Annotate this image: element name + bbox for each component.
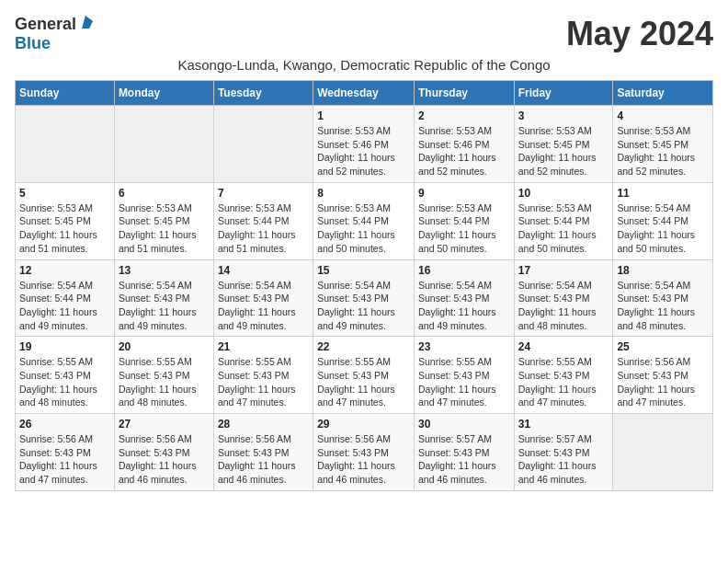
day-number: 4 (617, 109, 709, 122)
logo-icon (78, 16, 93, 30)
calendar-body: 1Sunrise: 5:53 AM Sunset: 5:46 PM Daylig… (16, 106, 713, 491)
day-number: 18 (617, 264, 709, 277)
day-number: 15 (317, 264, 410, 277)
calendar-day-cell: 25Sunrise: 5:56 AM Sunset: 5:43 PM Dayli… (613, 337, 713, 414)
day-info: Sunrise: 5:53 AM Sunset: 5:44 PM Dayligh… (418, 201, 510, 256)
calendar-week-row: 5Sunrise: 5:53 AM Sunset: 5:45 PM Daylig… (16, 182, 713, 259)
calendar-day-cell: 1Sunrise: 5:53 AM Sunset: 5:46 PM Daylig… (313, 106, 415, 183)
day-number: 12 (19, 264, 110, 277)
day-number: 11 (617, 187, 709, 200)
day-number: 19 (19, 340, 110, 353)
location-subtitle: Kasongo-Lunda, Kwango, Democratic Republ… (15, 57, 713, 73)
calendar-day-cell: 30Sunrise: 5:57 AM Sunset: 5:43 PM Dayli… (414, 414, 514, 491)
day-info: Sunrise: 5:53 AM Sunset: 5:46 PM Dayligh… (317, 124, 410, 178)
day-info: Sunrise: 5:53 AM Sunset: 5:44 PM Dayligh… (218, 201, 309, 256)
day-info: Sunrise: 5:56 AM Sunset: 5:43 PM Dayligh… (19, 432, 110, 487)
day-info: Sunrise: 5:57 AM Sunset: 5:43 PM Dayligh… (518, 432, 609, 487)
day-info: Sunrise: 5:56 AM Sunset: 5:43 PM Dayligh… (218, 432, 309, 487)
calendar-day-cell: 2Sunrise: 5:53 AM Sunset: 5:46 PM Daylig… (414, 106, 514, 183)
day-of-week-header: Monday (114, 81, 213, 106)
day-info: Sunrise: 5:56 AM Sunset: 5:43 PM Dayligh… (617, 355, 709, 409)
calendar-day-cell: 13Sunrise: 5:54 AM Sunset: 5:43 PM Dayli… (114, 259, 213, 337)
calendar-day-cell: 24Sunrise: 5:55 AM Sunset: 5:43 PM Dayli… (514, 337, 613, 414)
day-info: Sunrise: 5:54 AM Sunset: 5:43 PM Dayligh… (418, 279, 510, 333)
calendar-day-cell (613, 414, 713, 491)
day-info: Sunrise: 5:54 AM Sunset: 5:43 PM Dayligh… (317, 279, 410, 333)
day-info: Sunrise: 5:54 AM Sunset: 5:43 PM Dayligh… (218, 279, 309, 333)
calendar-day-cell: 9Sunrise: 5:53 AM Sunset: 5:44 PM Daylig… (414, 182, 514, 259)
svg-marker-0 (82, 16, 93, 29)
calendar-week-row: 12Sunrise: 5:54 AM Sunset: 5:44 PM Dayli… (16, 259, 713, 337)
calendar-day-cell: 5Sunrise: 5:53 AM Sunset: 5:45 PM Daylig… (16, 182, 115, 259)
day-info: Sunrise: 5:56 AM Sunset: 5:43 PM Dayligh… (119, 432, 210, 487)
day-of-week-header: Thursday (414, 81, 514, 106)
calendar-week-row: 1Sunrise: 5:53 AM Sunset: 5:46 PM Daylig… (16, 106, 713, 183)
day-of-week-header: Sunday (16, 81, 115, 106)
day-number: 1 (317, 109, 410, 122)
day-of-week-header: Saturday (613, 81, 713, 106)
day-number: 31 (518, 418, 609, 431)
day-of-week-header: Wednesday (313, 81, 415, 106)
day-number: 30 (418, 418, 510, 431)
calendar-week-row: 19Sunrise: 5:55 AM Sunset: 5:43 PM Dayli… (16, 337, 713, 414)
day-number: 22 (317, 340, 410, 353)
day-info: Sunrise: 5:53 AM Sunset: 5:45 PM Dayligh… (19, 201, 110, 256)
day-info: Sunrise: 5:55 AM Sunset: 5:43 PM Dayligh… (418, 355, 510, 409)
calendar-day-cell: 14Sunrise: 5:54 AM Sunset: 5:43 PM Dayli… (213, 259, 313, 337)
day-number: 20 (119, 340, 210, 353)
calendar-day-cell (16, 106, 115, 183)
calendar-day-cell: 11Sunrise: 5:54 AM Sunset: 5:44 PM Dayli… (613, 182, 713, 259)
day-info: Sunrise: 5:55 AM Sunset: 5:43 PM Dayligh… (317, 355, 410, 409)
calendar-day-cell: 20Sunrise: 5:55 AM Sunset: 5:43 PM Dayli… (114, 337, 213, 414)
day-info: Sunrise: 5:57 AM Sunset: 5:43 PM Dayligh… (418, 432, 510, 487)
day-number: 21 (218, 340, 309, 353)
day-number: 6 (119, 187, 210, 200)
day-number: 16 (418, 264, 510, 277)
day-number: 24 (518, 340, 609, 353)
day-number: 5 (19, 187, 110, 200)
calendar-day-cell: 29Sunrise: 5:56 AM Sunset: 5:43 PM Dayli… (313, 414, 415, 491)
logo-blue-text: Blue (15, 34, 51, 52)
calendar-day-cell: 3Sunrise: 5:53 AM Sunset: 5:45 PM Daylig… (514, 106, 613, 183)
day-info: Sunrise: 5:53 AM Sunset: 5:45 PM Dayligh… (119, 201, 210, 256)
day-info: Sunrise: 5:55 AM Sunset: 5:43 PM Dayligh… (518, 355, 609, 409)
day-number: 17 (518, 264, 609, 277)
calendar-day-cell: 21Sunrise: 5:55 AM Sunset: 5:43 PM Dayli… (213, 337, 313, 414)
calendar-day-cell: 18Sunrise: 5:54 AM Sunset: 5:43 PM Dayli… (613, 259, 713, 337)
day-info: Sunrise: 5:55 AM Sunset: 5:43 PM Dayligh… (218, 355, 309, 409)
calendar-table: SundayMondayTuesdayWednesdayThursdayFrid… (15, 80, 713, 491)
calendar-day-cell: 8Sunrise: 5:53 AM Sunset: 5:44 PM Daylig… (313, 182, 415, 259)
day-number: 7 (218, 187, 309, 200)
day-info: Sunrise: 5:55 AM Sunset: 5:43 PM Dayligh… (119, 355, 210, 409)
day-number: 13 (119, 264, 210, 277)
calendar-week-row: 26Sunrise: 5:56 AM Sunset: 5:43 PM Dayli… (16, 414, 713, 491)
day-number: 9 (418, 187, 510, 200)
calendar-day-cell (114, 106, 213, 183)
day-info: Sunrise: 5:54 AM Sunset: 5:43 PM Dayligh… (518, 279, 609, 333)
calendar-day-cell: 22Sunrise: 5:55 AM Sunset: 5:43 PM Dayli… (313, 337, 415, 414)
calendar-day-cell: 12Sunrise: 5:54 AM Sunset: 5:44 PM Dayli… (16, 259, 115, 337)
calendar-day-cell: 6Sunrise: 5:53 AM Sunset: 5:45 PM Daylig… (114, 182, 213, 259)
day-number: 14 (218, 264, 309, 277)
calendar-day-cell: 26Sunrise: 5:56 AM Sunset: 5:43 PM Dayli… (16, 414, 115, 491)
day-of-week-header: Friday (514, 81, 613, 106)
calendar-day-cell: 10Sunrise: 5:53 AM Sunset: 5:44 PM Dayli… (514, 182, 613, 259)
calendar-day-cell: 15Sunrise: 5:54 AM Sunset: 5:43 PM Dayli… (313, 259, 415, 337)
calendar-day-cell (213, 106, 313, 183)
logo-general-text: General (15, 15, 76, 34)
day-info: Sunrise: 5:54 AM Sunset: 5:44 PM Dayligh… (617, 201, 709, 256)
calendar-day-cell: 17Sunrise: 5:54 AM Sunset: 5:43 PM Dayli… (514, 259, 613, 337)
calendar-day-cell: 19Sunrise: 5:55 AM Sunset: 5:43 PM Dayli… (16, 337, 115, 414)
day-info: Sunrise: 5:55 AM Sunset: 5:43 PM Dayligh… (19, 355, 110, 409)
logo: General Blue (15, 15, 93, 53)
calendar-day-cell: 23Sunrise: 5:55 AM Sunset: 5:43 PM Dayli… (414, 337, 514, 414)
day-info: Sunrise: 5:53 AM Sunset: 5:46 PM Dayligh… (418, 124, 510, 178)
day-number: 3 (518, 109, 609, 122)
day-number: 10 (518, 187, 609, 200)
calendar-day-cell: 7Sunrise: 5:53 AM Sunset: 5:44 PM Daylig… (213, 182, 313, 259)
day-info: Sunrise: 5:53 AM Sunset: 5:45 PM Dayligh… (617, 124, 709, 178)
day-of-week-header: Tuesday (213, 81, 313, 106)
calendar-day-cell: 4Sunrise: 5:53 AM Sunset: 5:45 PM Daylig… (613, 106, 713, 183)
day-number: 25 (617, 340, 709, 353)
day-number: 8 (317, 187, 410, 200)
